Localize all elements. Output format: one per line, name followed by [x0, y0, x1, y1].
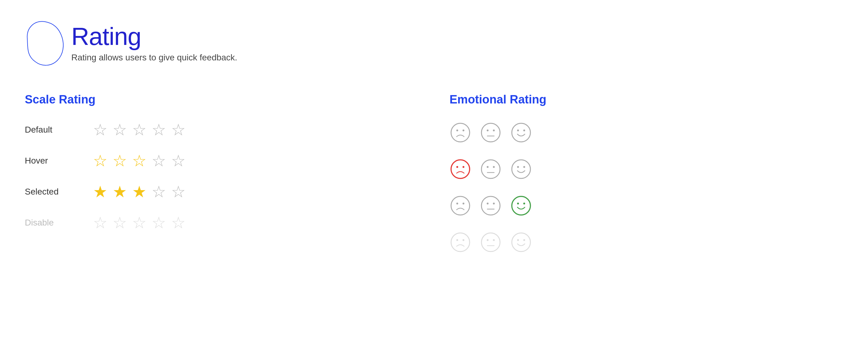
- emoji-selected-sad-icon[interactable]: [450, 195, 471, 217]
- svg-point-12: [463, 166, 464, 168]
- star-hover-4[interactable]: ☆: [152, 153, 166, 169]
- svg-point-13: [482, 160, 500, 179]
- svg-point-38: [517, 239, 519, 241]
- svg-point-9: [523, 129, 525, 131]
- svg-point-22: [463, 202, 464, 204]
- svg-point-17: [512, 160, 530, 179]
- star-selected-5[interactable]: ☆: [171, 184, 186, 200]
- svg-point-32: [463, 239, 464, 241]
- svg-point-23: [482, 196, 500, 215]
- emoji-default-sad-icon[interactable]: [450, 122, 471, 143]
- emoji-default-happy-icon[interactable]: [510, 122, 532, 143]
- emotional-disabled-row: [450, 231, 843, 253]
- star-hover-1[interactable]: ☆: [93, 153, 107, 169]
- svg-point-20: [451, 196, 470, 215]
- svg-point-8: [517, 129, 519, 131]
- star-disabled-3: ☆: [132, 215, 147, 231]
- page-subtitle: Rating allows users to give quick feedba…: [71, 53, 237, 63]
- emotional-selected-emojis[interactable]: [450, 195, 532, 217]
- emotional-default-row: [450, 122, 843, 143]
- star-selected-1[interactable]: ★: [93, 184, 107, 200]
- scale-hover-label: Hover: [25, 156, 93, 166]
- emoji-default-neutral-icon[interactable]: [480, 122, 502, 143]
- emoji-selected-neutral-icon[interactable]: [480, 195, 502, 217]
- emoji-disabled-sad-icon: [450, 231, 471, 253]
- svg-point-24: [487, 202, 489, 204]
- scale-default-stars[interactable]: ☆ ☆ ☆ ☆ ☆: [93, 122, 186, 138]
- emotional-rating-title: Emotional Rating: [450, 93, 843, 106]
- scale-disabled-stars: ☆ ☆ ☆ ☆ ☆: [93, 215, 186, 231]
- scale-disabled-row: Disable ☆ ☆ ☆ ☆ ☆: [25, 215, 418, 231]
- svg-point-11: [456, 166, 458, 168]
- svg-point-7: [512, 123, 530, 142]
- scale-selected-row: Selected ★ ★ ★ ☆ ☆: [25, 184, 418, 200]
- svg-point-14: [487, 166, 489, 168]
- page-container: Rating Rating allows users to give quick…: [0, 0, 868, 287]
- svg-point-3: [482, 123, 500, 142]
- svg-point-1: [456, 129, 458, 131]
- page-title: Rating: [71, 24, 237, 49]
- svg-point-25: [493, 202, 495, 204]
- svg-point-31: [456, 239, 458, 241]
- star-hover-2[interactable]: ☆: [113, 153, 127, 169]
- scale-default-row: Default ☆ ☆ ☆ ☆ ☆: [25, 122, 418, 138]
- emotional-disabled-emojis: [450, 231, 532, 253]
- emotional-selected-row: [450, 195, 843, 217]
- svg-point-10: [451, 160, 470, 179]
- emotional-default-emojis[interactable]: [450, 122, 532, 143]
- svg-point-21: [456, 202, 458, 204]
- scale-hover-row: Hover ☆ ☆ ☆ ☆ ☆: [25, 153, 418, 169]
- svg-point-19: [523, 166, 525, 168]
- header-section: Rating Rating allows users to give quick…: [25, 19, 843, 68]
- star-selected-3[interactable]: ★: [132, 184, 147, 200]
- star-3[interactable]: ☆: [132, 122, 147, 138]
- svg-point-28: [517, 202, 519, 204]
- emoji-selected-happy-icon[interactable]: [510, 195, 532, 217]
- svg-point-4: [487, 129, 489, 131]
- emoji-disabled-neutral-icon: [480, 231, 502, 253]
- star-selected-4[interactable]: ☆: [152, 184, 166, 200]
- svg-point-15: [493, 166, 495, 168]
- svg-point-34: [487, 239, 489, 241]
- emotional-rating-section: Emotional Rating: [450, 93, 843, 268]
- star-disabled-2: ☆: [113, 215, 127, 231]
- emoji-hover-sad-icon[interactable]: [450, 158, 471, 180]
- svg-point-0: [451, 123, 470, 142]
- scale-selected-stars[interactable]: ★ ★ ★ ☆ ☆: [93, 184, 186, 200]
- emoji-disabled-happy-icon: [510, 231, 532, 253]
- scale-disabled-label: Disable: [25, 218, 93, 228]
- svg-point-35: [493, 239, 495, 241]
- star-selected-2[interactable]: ★: [113, 184, 127, 200]
- star-disabled-4: ☆: [152, 215, 166, 231]
- star-1[interactable]: ☆: [93, 122, 107, 138]
- star-2[interactable]: ☆: [113, 122, 127, 138]
- svg-point-39: [523, 239, 525, 241]
- scale-selected-label: Selected: [25, 187, 93, 197]
- scale-rating-title: Scale Rating: [25, 93, 418, 106]
- logo-blob-icon: [25, 19, 65, 68]
- svg-point-27: [512, 196, 530, 215]
- svg-point-37: [512, 233, 530, 252]
- scale-hover-stars[interactable]: ☆ ☆ ☆ ☆ ☆: [93, 153, 186, 169]
- star-disabled-1: ☆: [93, 215, 107, 231]
- emoji-hover-happy-icon[interactable]: [510, 158, 532, 180]
- main-content: Scale Rating Default ☆ ☆ ☆ ☆ ☆ Hover ☆ ☆: [25, 93, 843, 268]
- header-text-group: Rating Rating allows users to give quick…: [71, 24, 237, 63]
- star-hover-5[interactable]: ☆: [171, 153, 186, 169]
- star-4[interactable]: ☆: [152, 122, 166, 138]
- emoji-hover-neutral-icon[interactable]: [480, 158, 502, 180]
- emotional-hover-row: [450, 158, 843, 180]
- svg-point-30: [451, 233, 470, 252]
- star-5[interactable]: ☆: [171, 122, 186, 138]
- star-hover-3[interactable]: ☆: [132, 153, 147, 169]
- svg-point-2: [463, 129, 464, 131]
- star-disabled-5: ☆: [171, 215, 186, 231]
- svg-point-18: [517, 166, 519, 168]
- svg-point-29: [523, 202, 525, 204]
- emotional-hover-emojis[interactable]: [450, 158, 532, 180]
- svg-point-5: [493, 129, 495, 131]
- svg-point-33: [482, 233, 500, 252]
- scale-rating-section: Scale Rating Default ☆ ☆ ☆ ☆ ☆ Hover ☆ ☆: [25, 93, 450, 268]
- scale-default-label: Default: [25, 125, 93, 135]
